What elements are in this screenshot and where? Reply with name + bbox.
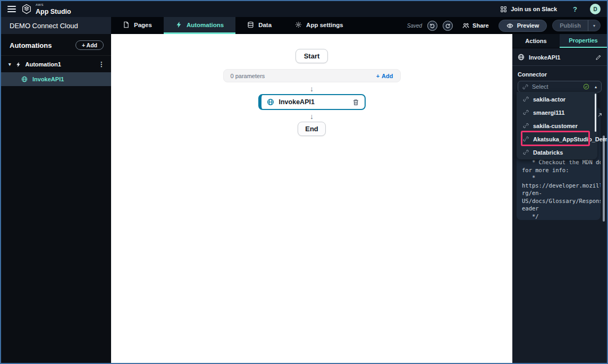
link-icon bbox=[523, 149, 529, 155]
kebab-menu-icon[interactable]: ⋮ bbox=[98, 61, 105, 68]
user-avatar[interactable]: D bbox=[590, 4, 601, 14]
add-parameter-button[interactable]: + Add bbox=[376, 73, 393, 79]
connector-select-placeholder: Select bbox=[532, 83, 579, 90]
tab-data[interactable]: Data bbox=[235, 17, 283, 34]
body: Automations + Add ▾ Automation1 ⋮ Invoke… bbox=[1, 34, 607, 363]
preview-button[interactable]: Preview bbox=[499, 20, 547, 32]
automation-spark-icon bbox=[175, 21, 182, 28]
automation-canvas[interactable]: Start 0 parameters + Add ↓ InvokeAPI1 bbox=[111, 34, 512, 363]
main-tabstrip: Pages Automations Data App settings bbox=[111, 17, 607, 34]
globe-icon bbox=[21, 76, 28, 82]
tree-item-invokeapi1[interactable]: InvokeAPI1 bbox=[1, 72, 111, 86]
editor-scrollbar[interactable] bbox=[603, 136, 605, 222]
hexagon-logo-icon bbox=[21, 4, 32, 14]
sub-bar: DEMO Connect Cloud Pages Automations Dat… bbox=[1, 17, 607, 34]
code-line: * bbox=[522, 174, 597, 182]
rename-node-button[interactable] bbox=[595, 54, 602, 61]
link-icon bbox=[523, 96, 529, 102]
connector-option-sakila-actor[interactable]: sakila-actor bbox=[517, 92, 597, 106]
preview-label: Preview bbox=[517, 22, 539, 29]
divider bbox=[512, 65, 607, 66]
redo-button[interactable] bbox=[443, 21, 453, 31]
parameters-bar: 0 parameters + Add bbox=[223, 69, 401, 82]
tree-item-automation1[interactable]: ▾ Automation1 ⋮ bbox=[1, 56, 111, 72]
tab-data-label: Data bbox=[258, 22, 272, 28]
database-icon bbox=[247, 21, 254, 28]
connector-option-label: Databricks bbox=[533, 149, 563, 156]
sidebar-title: Automations bbox=[10, 41, 52, 49]
join-slack-label: Join us on Slack bbox=[511, 6, 557, 12]
publish-split-button: Publish ▾ bbox=[552, 20, 601, 31]
connector-select[interactable]: Select ▴ bbox=[518, 81, 602, 92]
connector-option-label: Akatsuka_AppStudio_Demo bbox=[533, 136, 608, 142]
valid-check-icon bbox=[583, 83, 589, 90]
tab-pages[interactable]: Pages bbox=[111, 17, 164, 34]
properties-panel: Actions Properties InvokeAPI1 Connector bbox=[512, 34, 607, 363]
globe-icon bbox=[518, 54, 525, 61]
publish-dropdown-caret[interactable]: ▾ bbox=[588, 20, 600, 31]
code-line: US/docs/Glossary/Response_h bbox=[522, 197, 597, 205]
top-bar: AWS App Studio Join us on Slack ? D bbox=[1, 1, 607, 17]
plus-icon: + bbox=[376, 73, 379, 79]
subbar-controls: Saved Share bbox=[407, 17, 607, 34]
brand-aws-label: AWS bbox=[36, 3, 71, 6]
delete-node-button[interactable] bbox=[352, 99, 359, 106]
connector-option-label: sakila-actor bbox=[533, 96, 565, 103]
panel-tabs: Actions Properties bbox=[512, 34, 607, 48]
join-slack-link[interactable]: Join us on Slack bbox=[500, 6, 557, 13]
chevron-down-icon[interactable]: ▾ bbox=[9, 62, 11, 67]
code-line: https://developer.mozilla.o bbox=[522, 182, 597, 190]
tab-properties[interactable]: Properties bbox=[560, 34, 607, 48]
expand-arrow-icon bbox=[597, 112, 603, 118]
tab-app-settings-label: App settings bbox=[306, 22, 343, 28]
brand-name-label: App Studio bbox=[36, 8, 71, 15]
publish-button[interactable]: Publish bbox=[553, 20, 588, 31]
link-icon bbox=[523, 109, 529, 115]
undo-button[interactable] bbox=[427, 21, 437, 31]
saved-status: Saved bbox=[407, 23, 422, 29]
gear-icon bbox=[295, 21, 302, 28]
automation-spark-icon bbox=[15, 62, 21, 67]
sidebar-header: Automations + Add bbox=[1, 34, 111, 56]
automations-sidebar: Automations + Add ▾ Automation1 ⋮ Invoke… bbox=[1, 34, 111, 363]
panel-node-title: InvokeAPI1 bbox=[529, 54, 560, 61]
trash-icon bbox=[352, 99, 359, 106]
dropdown-scrollbar[interactable] bbox=[595, 94, 596, 132]
start-node[interactable]: Start bbox=[295, 49, 328, 63]
connector-option-akatsuka-appstudio-demo[interactable]: Akatsuka_AppStudio_Demo bbox=[517, 132, 597, 146]
link-icon bbox=[523, 136, 529, 142]
panel-node-row: InvokeAPI1 bbox=[512, 48, 607, 65]
app-studio-logo[interactable]: AWS App Studio bbox=[21, 3, 71, 15]
connector-option-smaergi111[interactable]: smaergi111 bbox=[517, 106, 597, 119]
brand-text: AWS App Studio bbox=[36, 3, 71, 15]
tree-item-automation1-label: Automation1 bbox=[26, 61, 61, 67]
connector-option-sakila-customer[interactable]: sakila-customer bbox=[517, 119, 597, 132]
share-button[interactable]: Share bbox=[462, 22, 489, 29]
invokeapi1-node-label: InvokeAPI1 bbox=[279, 98, 315, 106]
flow-arrow-down-icon: ↓ bbox=[310, 113, 314, 120]
tab-automations[interactable]: Automations bbox=[164, 17, 235, 34]
add-parameter-label: Add bbox=[382, 73, 393, 79]
link-icon bbox=[522, 84, 528, 90]
help-button[interactable]: ? bbox=[573, 5, 577, 13]
expand-editor-button[interactable] bbox=[597, 112, 603, 118]
code-line: for more info: bbox=[522, 166, 597, 174]
connector-option-label: smaergi111 bbox=[533, 109, 564, 116]
tree-item-invokeapi1-label: InvokeAPI1 bbox=[32, 76, 64, 82]
app-root: AWS App Studio Join us on Slack ? D DEMO… bbox=[0, 0, 608, 364]
globe-icon bbox=[267, 98, 274, 106]
flow-arrow-down-icon: ↓ bbox=[310, 85, 314, 92]
end-node[interactable]: End bbox=[298, 122, 326, 136]
share-label: Share bbox=[472, 22, 489, 29]
tab-app-settings[interactable]: App settings bbox=[283, 17, 355, 34]
connector-option-databricks[interactable]: Databricks bbox=[517, 146, 597, 159]
connector-dropdown: sakila-actor smaergi111 sakila-customer bbox=[517, 92, 597, 159]
eye-icon bbox=[506, 22, 513, 29]
link-icon bbox=[523, 123, 529, 129]
tab-actions[interactable]: Actions bbox=[512, 34, 560, 48]
invokeapi1-node[interactable]: InvokeAPI1 bbox=[258, 94, 366, 110]
add-automation-button[interactable]: + Add bbox=[75, 40, 104, 50]
connector-label: Connector bbox=[518, 71, 602, 78]
hamburger-menu-icon[interactable] bbox=[7, 6, 16, 12]
code-line: * Checkout the MDN docs bbox=[522, 158, 597, 166]
